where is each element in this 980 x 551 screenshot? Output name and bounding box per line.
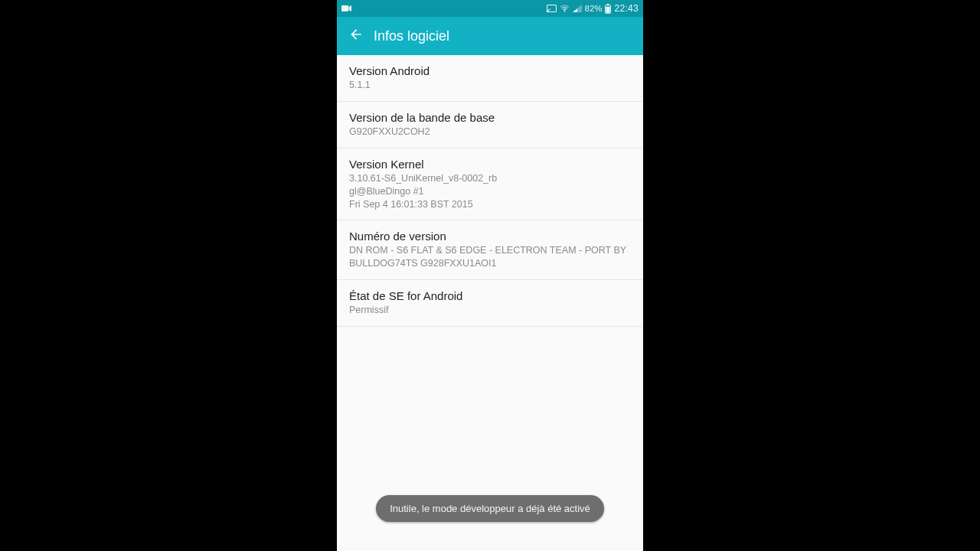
- item-se-android-status[interactable]: État de SE for Android Permissif: [337, 280, 643, 327]
- item-subtitle: G920FXXU2COH2: [349, 126, 631, 139]
- item-subtitle: DN ROM - S6 FLAT & S6 EDGE - ELECTRON TE…: [349, 244, 631, 270]
- svg-point-2: [547, 11, 549, 12]
- svg-rect-0: [341, 5, 348, 11]
- item-title: Version Android: [349, 64, 631, 77]
- toast-container: Inutile, le mode développeur a déjà été …: [337, 495, 643, 522]
- item-build-number[interactable]: Numéro de version DN ROM - S6 FLAT & S6 …: [337, 220, 643, 280]
- item-title: Version de la bande de base: [349, 111, 631, 124]
- item-title: État de SE for Android: [349, 289, 631, 302]
- item-kernel-version[interactable]: Version Kernel 3.10.61-S6_UniKernel_v8-0…: [337, 148, 643, 221]
- item-title: Version Kernel: [349, 158, 631, 171]
- item-subtitle: 3.10.61-S6_UniKernel_v8-0002_rb gl@BlueD…: [349, 172, 631, 211]
- arrow-left-icon: [348, 27, 364, 45]
- phone-frame: 82% 22:43 Infos logiciel Version Android: [337, 0, 643, 551]
- toast-message: Inutile, le mode développeur a déjà été …: [376, 495, 604, 522]
- status-left: [341, 5, 352, 12]
- battery-percent: 82%: [585, 4, 603, 13]
- item-subtitle: 5.1.1: [349, 79, 631, 92]
- action-bar: Infos logiciel: [337, 17, 643, 55]
- content-area: Version Android 5.1.1 Version de la band…: [337, 55, 643, 551]
- status-bar: 82% 22:43: [337, 0, 643, 17]
- svg-point-3: [564, 11, 565, 12]
- battery-icon: [605, 4, 611, 14]
- cell-signal-icon: [573, 5, 582, 12]
- page-title: Infos logiciel: [374, 28, 449, 44]
- item-android-version[interactable]: Version Android 5.1.1: [337, 55, 643, 102]
- cast-icon: [547, 5, 557, 13]
- item-subtitle: Permissif: [349, 304, 631, 317]
- back-button[interactable]: [345, 24, 368, 47]
- item-baseband-version[interactable]: Version de la bande de base G920FXXU2COH…: [337, 102, 643, 148]
- item-title: Numéro de version: [349, 230, 631, 243]
- settings-list: Version Android 5.1.1 Version de la band…: [337, 55, 643, 327]
- svg-rect-6: [606, 6, 610, 12]
- stage: 82% 22:43 Infos logiciel Version Android: [0, 0, 980, 551]
- status-right: 82% 22:43: [547, 3, 639, 14]
- wifi-icon: [560, 5, 570, 12]
- video-camera-icon: [341, 5, 352, 12]
- clock: 22:43: [614, 3, 639, 14]
